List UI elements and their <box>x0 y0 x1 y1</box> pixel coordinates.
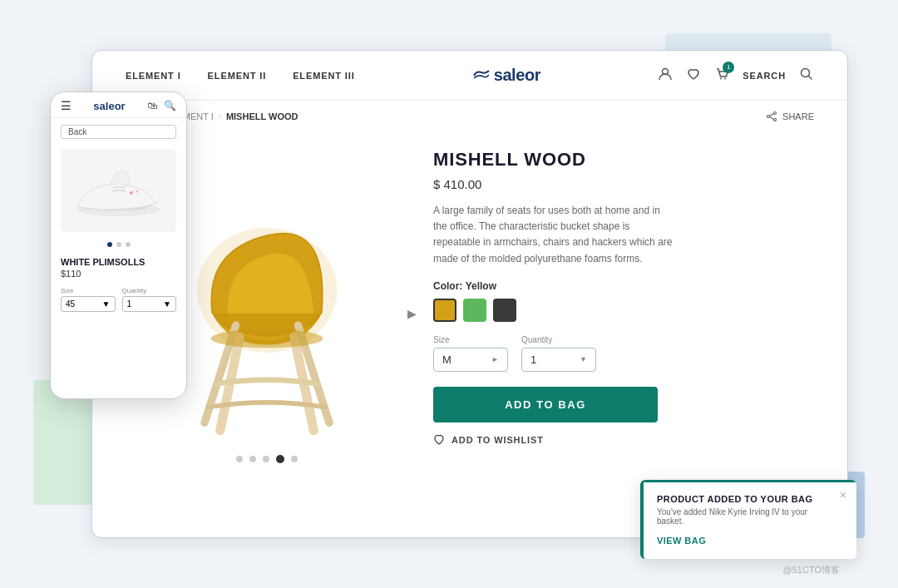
phone-dot-2[interactable] <box>116 242 121 247</box>
phone-product-image <box>61 149 176 232</box>
search-label[interactable]: SEARCH <box>743 71 786 81</box>
svg-point-8 <box>211 329 323 348</box>
size-qty-row: Size M ► Quantity 1 ▼ <box>433 335 814 372</box>
size-arrow-icon: ► <box>491 355 499 363</box>
share-btn[interactable]: SHARE <box>766 111 814 122</box>
product-description: A large family of seats for uses both at… <box>433 203 674 267</box>
product-price: $ 410.00 <box>433 177 814 191</box>
browser-window: ELEMENT I ELEMENT II ELEMENT III saleor <box>91 50 848 538</box>
logo-text: saleor <box>494 66 541 85</box>
size-select-group: Size M ► <box>433 335 508 372</box>
phone-product-price: $110 <box>51 267 186 280</box>
toast-view-bag-link[interactable]: VIEW BAG <box>657 536 706 546</box>
color-swatches <box>433 299 814 322</box>
svg-point-6 <box>774 119 777 121</box>
toast-close-btn[interactable]: × <box>840 488 846 502</box>
svg-point-1 <box>720 77 722 79</box>
phone-qty-arrow: ▼ <box>163 299 171 309</box>
qty-value: 1 <box>530 353 536 366</box>
image-next-btn[interactable]: ▶ <box>407 307 417 320</box>
logo-icon <box>472 69 491 82</box>
phone-dot-3[interactable] <box>126 242 131 247</box>
product-title: MISHELL WOOD <box>433 149 814 170</box>
size-select[interactable]: M ► <box>433 348 508 372</box>
phone-size-select: Size 45 ▼ <box>61 287 116 312</box>
phone-dot-1[interactable] <box>107 242 112 247</box>
share-label: SHARE <box>782 111 814 121</box>
toast-message: You've added Nike Kyrie Irving IV to you… <box>657 507 826 526</box>
add-to-wishlist-btn[interactable]: ADD TO WISHLIST <box>433 434 814 446</box>
heart-icon <box>433 434 445 446</box>
phone-size-box[interactable]: 45 ▼ <box>61 296 116 312</box>
phone-dots <box>51 242 186 247</box>
product-area: ◀ <box>92 132 847 519</box>
nav-item-element-iii[interactable]: ELEMENT III <box>293 71 354 81</box>
qty-label: Quantity <box>521 335 596 344</box>
toast-notification: PRODUCT ADDED TO YOUR BAG You've added N… <box>640 480 856 559</box>
phone-back-btn[interactable]: Back <box>61 125 176 139</box>
svg-point-10 <box>130 191 133 195</box>
nav-links: ELEMENT I ELEMENT II ELEMENT III <box>126 71 355 81</box>
phone-qty-label: Quantity <box>122 287 177 294</box>
dot-2[interactable] <box>249 456 256 462</box>
cart-icon-btn[interactable]: 1 <box>714 67 729 85</box>
svg-point-2 <box>724 77 726 79</box>
add-to-bag-button[interactable]: ADD TO BAG <box>433 387 658 422</box>
phone-controls: Size 45 ▼ Quantity 1 ▼ <box>51 280 186 319</box>
color-swatch-yellow[interactable] <box>433 299 456 322</box>
cart-badge: 1 <box>723 62 734 73</box>
breadcrumb-arrow-2: › <box>219 112 221 121</box>
phone-topbar: ☰ saleor 🛍 🔍 <box>51 92 186 118</box>
phone-size-label: Size <box>61 287 116 294</box>
breadcrumb-current: MISHELL WOOD <box>226 111 299 121</box>
logo-area: saleor <box>355 66 659 85</box>
color-label: Color: Yellow <box>433 280 814 292</box>
qty-select-group: Quantity 1 ▼ <box>521 335 596 372</box>
qty-arrow-icon: ▼ <box>580 355 587 363</box>
logo[interactable]: saleor <box>472 66 541 85</box>
phone-qty-select: Quantity 1 ▼ <box>122 287 177 312</box>
phone-cart-icon[interactable]: 🛍 <box>147 100 157 111</box>
phone-qty-value: 1 <box>127 299 132 309</box>
svg-point-11 <box>136 190 138 193</box>
nav-item-element-ii[interactable]: ELEMENT II <box>208 71 267 81</box>
svg-point-5 <box>767 116 770 118</box>
user-icon-btn[interactable] <box>658 67 673 85</box>
size-value: M <box>442 353 451 366</box>
dot-3[interactable] <box>263 456 269 462</box>
phone-search-icon[interactable]: 🔍 <box>164 100 176 111</box>
size-label: Size <box>433 335 508 344</box>
navbar: ELEMENT I ELEMENT II ELEMENT III saleor <box>92 51 847 101</box>
phone-qty-box[interactable]: 1 ▼ <box>122 296 177 312</box>
nav-icons: 1 SEARCH <box>658 67 814 85</box>
breadcrumb: HOME › ELEMENT I › MISHELL WOOD SHARE <box>92 101 847 132</box>
qty-select[interactable]: 1 ▼ <box>521 348 596 372</box>
watermark: @51CTO博客 <box>783 564 840 576</box>
toast-title: PRODUCT ADDED TO YOUR BAG <box>657 494 826 504</box>
phone-size-value: 45 <box>66 299 75 309</box>
phone-icons: 🛍 🔍 <box>147 100 176 111</box>
toast-content: PRODUCT ADDED TO YOUR BAG You've added N… <box>644 482 856 559</box>
phone-size-arrow: ▼ <box>102 299 111 309</box>
wishlist-icon-btn[interactable] <box>686 67 701 85</box>
phone-shoe-svg <box>69 161 169 220</box>
color-section: Color: Yellow <box>433 280 814 322</box>
wishlist-label: ADD TO WISHLIST <box>451 435 544 445</box>
mobile-phone: ☰ saleor 🛍 🔍 Back WHITE PLIMSOLLS $110 <box>50 91 187 399</box>
phone-product-name: WHITE PLIMSOLLS <box>51 257 186 267</box>
product-details: MISHELL WOOD $ 410.00 A large family of … <box>433 141 814 502</box>
color-swatch-dark[interactable] <box>493 299 516 322</box>
dot-5[interactable] <box>291 456 298 462</box>
nav-item-element-i[interactable]: ELEMENT I <box>126 71 181 81</box>
svg-point-4 <box>774 112 777 115</box>
phone-menu-icon[interactable]: ☰ <box>61 99 72 112</box>
search-icon-btn[interactable] <box>799 67 814 85</box>
color-swatch-green[interactable] <box>463 299 486 322</box>
dot-4[interactable] <box>276 455 284 463</box>
image-dots <box>236 455 298 463</box>
phone-logo: saleor <box>93 100 125 112</box>
dot-1[interactable] <box>236 456 243 462</box>
